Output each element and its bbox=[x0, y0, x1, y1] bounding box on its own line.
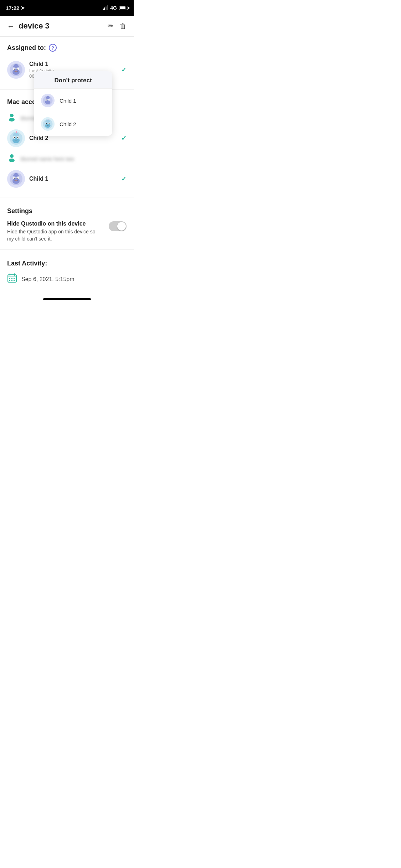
person-icon-svg bbox=[7, 112, 16, 122]
child1-avatar-2 bbox=[7, 170, 25, 188]
dropdown-item-child2[interactable]: Child 2 bbox=[34, 112, 112, 136]
child1-avatar-svg bbox=[9, 63, 23, 77]
divider-3 bbox=[0, 249, 134, 250]
dropdown-header: Don't protect bbox=[34, 71, 112, 89]
svg-rect-37 bbox=[11, 280, 12, 281]
hide-qustodio-toggle[interactable] bbox=[109, 221, 127, 231]
edit-button[interactable]: ✏ bbox=[108, 22, 114, 30]
svg-point-16 bbox=[17, 137, 19, 138]
mac-account-row-2: blurred name here two bbox=[7, 151, 127, 166]
dropdown-child2-svg bbox=[42, 119, 53, 129]
svg-point-51 bbox=[46, 123, 47, 124]
help-icon-text: ? bbox=[51, 45, 54, 51]
delete-button[interactable]: 🗑 bbox=[119, 22, 127, 30]
status-time: 17:22 ➤ bbox=[6, 5, 25, 11]
last-activity-title: Last Activity: bbox=[7, 260, 127, 267]
hide-qustodio-item: Hide Qustodio on this device Hide the Qu… bbox=[7, 221, 127, 242]
signal-bar-3 bbox=[106, 6, 107, 10]
child1-chevron[interactable]: ✓ bbox=[121, 66, 127, 74]
child1-avatar-svg-2 bbox=[9, 172, 23, 186]
svg-point-17 bbox=[13, 133, 19, 136]
svg-point-4 bbox=[14, 69, 15, 70]
svg-point-15 bbox=[14, 137, 15, 138]
dropdown-child1-svg bbox=[42, 95, 53, 106]
settings-section: Settings Hide Qustodio on this device Hi… bbox=[0, 200, 134, 247]
svg-rect-33 bbox=[9, 278, 10, 279]
dropdown-child1-name: Child 1 bbox=[60, 98, 76, 104]
page-header: ← device 3 ✏ 🗑 bbox=[0, 16, 134, 37]
person-icon-svg-2 bbox=[7, 153, 16, 162]
child2-avatar-svg bbox=[9, 131, 23, 145]
divider-2 bbox=[0, 197, 134, 197]
child2-name: Child 2 bbox=[29, 135, 117, 141]
help-icon[interactable]: ? bbox=[49, 44, 57, 52]
child1-info-2: Child 1 bbox=[29, 176, 117, 182]
back-button[interactable]: ← bbox=[7, 22, 14, 30]
dropdown-panel: Don't protect Child 1 bbox=[34, 71, 112, 136]
calendar-icon bbox=[7, 273, 17, 285]
svg-rect-35 bbox=[14, 278, 15, 279]
svg-point-40 bbox=[45, 100, 51, 104]
svg-point-25 bbox=[17, 178, 19, 179]
svg-rect-8 bbox=[14, 64, 18, 67]
svg-point-9 bbox=[10, 114, 14, 117]
dropdown-child1-avatar bbox=[41, 94, 55, 107]
page-title: device 3 bbox=[19, 21, 50, 31]
svg-point-52 bbox=[49, 123, 50, 124]
svg-point-18 bbox=[10, 154, 14, 158]
time-display: 17:22 bbox=[6, 5, 19, 11]
svg-rect-38 bbox=[14, 280, 15, 281]
signal-bars bbox=[103, 6, 108, 10]
child1-avatar bbox=[7, 61, 25, 79]
signal-bar-1 bbox=[103, 9, 104, 10]
hide-qustodio-text: Hide Qustodio on this device Hide the Qu… bbox=[7, 221, 103, 242]
child1-row-2[interactable]: Child 1 ✓ bbox=[7, 166, 127, 191]
child2-info: Child 2 bbox=[29, 135, 117, 141]
dropdown-header-text: Don't protect bbox=[54, 77, 92, 84]
assigned-to-label: Assigned to: bbox=[7, 44, 46, 52]
svg-rect-34 bbox=[11, 278, 12, 279]
header-left: ← device 3 bbox=[7, 21, 50, 31]
settings-title: Settings bbox=[7, 207, 127, 215]
calendar-icon-svg bbox=[7, 273, 17, 283]
child1-chevron-2[interactable]: ✓ bbox=[121, 175, 127, 183]
hide-qustodio-description: Hide the Qustodio app on this device so … bbox=[7, 228, 103, 242]
svg-point-24 bbox=[14, 178, 15, 179]
activity-date: Sep 6, 2021, 5:15pm bbox=[21, 276, 74, 283]
svg-rect-46 bbox=[46, 96, 49, 98]
account-person-icon-2 bbox=[7, 153, 16, 164]
last-activity-section: Last Activity: Sep 6, 2021, 5:15pm bbox=[0, 253, 134, 291]
signal-bar-4 bbox=[107, 5, 108, 10]
dropdown-item-child1[interactable]: Child 1 bbox=[34, 89, 112, 112]
battery-fill bbox=[120, 6, 125, 9]
child2-avatar bbox=[7, 129, 25, 147]
svg-point-10 bbox=[9, 118, 15, 122]
assigned-to-title: Assigned to: ? bbox=[7, 44, 127, 52]
header-actions: ✏ 🗑 bbox=[108, 22, 127, 30]
activity-row: Sep 6, 2021, 5:15pm bbox=[7, 273, 127, 285]
status-right: 4G bbox=[103, 5, 128, 11]
account-person-icon-1 bbox=[7, 112, 16, 124]
child1-name-2: Child 1 bbox=[29, 176, 117, 182]
location-icon: ➤ bbox=[21, 5, 25, 11]
svg-point-44 bbox=[49, 99, 50, 100]
home-indicator bbox=[43, 298, 91, 300]
dropdown-child2-name: Child 2 bbox=[60, 121, 76, 127]
child1-name: Child 1 bbox=[29, 61, 117, 67]
svg-point-53 bbox=[45, 120, 50, 123]
hide-qustodio-label: Hide Qustodio on this device bbox=[7, 221, 103, 227]
dropdown-child2-avatar bbox=[41, 117, 55, 131]
signal-bar-2 bbox=[104, 7, 105, 10]
child2-chevron[interactable]: ✓ bbox=[121, 134, 127, 142]
network-type: 4G bbox=[110, 5, 117, 11]
account-name-blurred-2: blurred name here two bbox=[21, 156, 74, 162]
toggle-knob bbox=[117, 222, 126, 231]
svg-rect-36 bbox=[9, 280, 10, 281]
svg-point-19 bbox=[9, 159, 15, 162]
battery-icon bbox=[119, 6, 128, 10]
svg-rect-28 bbox=[14, 173, 18, 176]
svg-point-5 bbox=[17, 69, 19, 70]
svg-point-43 bbox=[46, 99, 47, 100]
status-bar: 17:22 ➤ 4G bbox=[0, 0, 134, 16]
